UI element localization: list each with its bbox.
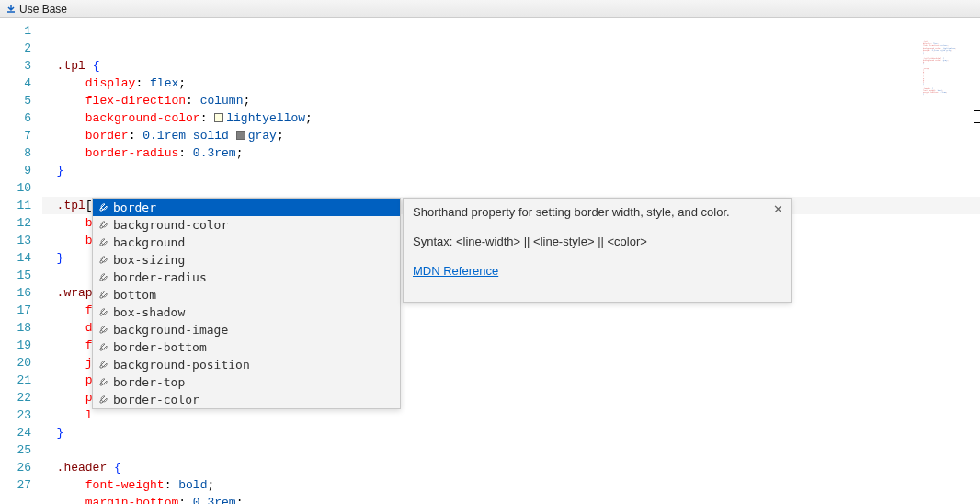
wrench-icon	[97, 202, 109, 213]
code-line: border-radius: 0.3rem;	[42, 144, 980, 162]
wrench-icon	[97, 290, 109, 301]
wrench-icon	[97, 272, 109, 283]
wrench-icon	[97, 237, 109, 248]
toolbar: Use Base	[0, 0, 980, 18]
line-number: 6	[0, 109, 31, 127]
suggestion-item[interactable]: background	[93, 234, 400, 251]
line-number: 2	[0, 40, 31, 57]
code-line	[42, 179, 980, 197]
suggestion-item[interactable]: border	[93, 199, 400, 216]
line-number: 15	[0, 267, 31, 284]
code-line: .tpl {	[42, 57, 980, 74]
line-number: 24	[0, 424, 31, 441]
line-number: 5	[0, 92, 31, 109]
wrench-icon	[97, 342, 109, 353]
line-number: 7	[0, 127, 31, 144]
use-base-button[interactable]: Use Base	[2, 3, 71, 16]
code-line: background-color: lightyellow;	[42, 109, 980, 127]
suggestion-label: bottom	[113, 288, 156, 302]
line-number: 21	[0, 372, 31, 389]
code-line: display: flex;	[42, 74, 980, 92]
suggestion-label: box-shadow	[113, 305, 185, 319]
code-line: }	[42, 162, 980, 179]
code-line: }	[42, 424, 980, 441]
autocomplete-popup[interactable]: borderbackground-colorbackgroundbox-sizi…	[92, 198, 401, 409]
suggestion-label: border-top	[113, 375, 185, 389]
line-number: 16	[0, 284, 31, 302]
suggestion-item[interactable]: bottom	[93, 286, 400, 304]
close-icon[interactable]: ✕	[773, 202, 783, 216]
code-line: flex-direction: column;	[42, 92, 980, 109]
color-swatch	[214, 113, 223, 122]
wrench-icon	[97, 360, 109, 371]
line-number: 20	[0, 354, 31, 372]
suggestion-label: box-sizing	[113, 253, 185, 267]
suggestion-item[interactable]: box-shadow	[93, 304, 400, 321]
wrench-icon	[97, 220, 109, 231]
suggestion-item[interactable]: background-color	[93, 216, 400, 234]
line-number: 18	[0, 319, 31, 337]
suggestion-item[interactable]: border-bottom	[93, 338, 400, 356]
line-number: 23	[0, 407, 31, 424]
line-number: 3	[0, 57, 31, 74]
code-line	[42, 441, 980, 459]
wrench-icon	[97, 307, 109, 318]
line-number: 17	[0, 302, 31, 319]
line-number: 11	[0, 197, 31, 214]
line-number: 8	[0, 144, 31, 162]
line-number: 1	[0, 22, 31, 40]
color-swatch	[236, 131, 245, 140]
suggestion-label: background-position	[113, 358, 250, 372]
download-icon	[6, 4, 17, 15]
wrench-icon	[97, 377, 109, 388]
line-number: 13	[0, 232, 31, 249]
line-number: 4	[0, 74, 31, 92]
suggestion-label: border	[113, 200, 156, 214]
doc-syntax: Syntax: <line-width> || <line-style> || …	[413, 234, 781, 250]
use-base-label: Use Base	[19, 3, 67, 16]
line-number: 25	[0, 441, 31, 459]
suggestion-label: background	[113, 235, 185, 249]
suggestion-label: border-color	[113, 393, 199, 407]
suggestion-item[interactable]: box-sizing	[93, 251, 400, 269]
suggestion-item[interactable]: background-image	[93, 321, 400, 338]
suggestion-item[interactable]: background-position	[93, 356, 400, 373]
line-number: 19	[0, 337, 31, 354]
suggestion-label: border-radius	[113, 270, 207, 284]
suggestion-label: border-bottom	[113, 340, 207, 354]
line-number-gutter: 1234567891011121314151617181920212223242…	[0, 18, 42, 504]
suggestion-label: background-color	[113, 218, 228, 232]
documentation-popup: ✕ Shorthand property for setting border …	[403, 198, 792, 303]
wrench-icon	[97, 325, 109, 336]
wrench-icon	[97, 395, 109, 406]
suggestion-item[interactable]: border-color	[93, 391, 400, 408]
code-line: .header {	[42, 459, 980, 476]
suggestion-item[interactable]: border-radius	[93, 269, 400, 286]
line-number: 10	[0, 179, 31, 197]
line-number: 9	[0, 162, 31, 179]
doc-description: Shorthand property for setting border wi…	[413, 204, 781, 221]
code-line: font-weight: bold;	[42, 476, 980, 494]
line-number: 12	[0, 214, 31, 232]
wrench-icon	[97, 255, 109, 266]
line-number: 14	[0, 249, 31, 267]
mdn-reference-link[interactable]: MDN Reference	[413, 264, 498, 278]
code-line: margin-bottom: 0.3rem;	[42, 494, 980, 504]
line-number: 22	[0, 389, 31, 407]
suggestion-item[interactable]: border-top	[93, 373, 400, 391]
suggestion-label: background-image	[113, 323, 228, 337]
line-number: 26	[0, 459, 31, 476]
code-line: border: 0.1rem solid gray;	[42, 127, 980, 144]
line-number: 27	[0, 476, 31, 494]
